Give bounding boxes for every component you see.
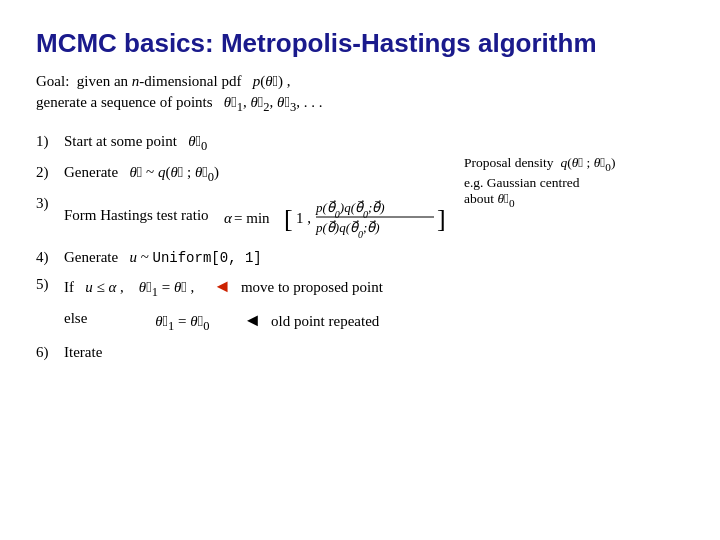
proposal-density-line2: about θ⃗0 — [464, 191, 684, 209]
else-label: else — [64, 310, 114, 327]
pdf-notation: p(θ⃗) — [253, 73, 283, 89]
step-4-text: Generate u ~ Uniform[0, 1] — [64, 249, 262, 266]
step-4: 4) Generate u ~ Uniform[0, 1] — [36, 249, 684, 266]
proposal-density-box: Proposal density q(θ⃗ ; θ⃗0) e.g. Gaussi… — [464, 155, 684, 208]
ratio-formula-svg: α = min [ 1 , p(θ⃗0)q(θ⃗0;θ⃗) p(θ⃗)q(θ⃗0… — [224, 195, 464, 239]
step-3-text: Form Hastings test ratio α = min [ 1 , p… — [64, 195, 464, 239]
step-4-num: 4) — [36, 249, 64, 266]
old-text: old point repeated — [271, 313, 379, 329]
arrow-move: ◄ — [213, 276, 231, 297]
generate-line: generate a sequence of points θ⃗1, θ⃗2, … — [36, 94, 684, 115]
arrow-old: ◄ — [243, 310, 261, 331]
step-2-num: 2) — [36, 164, 64, 181]
svg-text:]: ] — [437, 204, 446, 233]
svg-text:p(θ⃗)q(θ⃗0;θ⃗): p(θ⃗)q(θ⃗0;θ⃗) — [315, 220, 380, 239]
step-1-num: 1) — [36, 133, 64, 150]
svg-text:[: [ — [284, 204, 293, 233]
step-6-text: Iterate — [64, 344, 102, 361]
step-5-else: else θ⃗1 = θ⃗0 ◄ old point repeated — [36, 310, 684, 334]
step-5-text: If u ≤ α , θ⃗1 = θ⃗ , ◄ move to proposed… — [64, 276, 383, 300]
step-5-num: 5) — [36, 276, 64, 293]
sequence-notation: θ⃗1, θ⃗2, θ⃗3, . . . — [224, 94, 323, 110]
svg-text:α: α — [224, 210, 233, 226]
proposal-density-line1: e.g. Gaussian centred — [464, 175, 684, 191]
slide-title: MCMC basics: Metropolis-Hastings algorit… — [36, 28, 684, 59]
step-5: 5) If u ≤ α , θ⃗1 = θ⃗ , ◄ move to propo… — [36, 276, 684, 300]
move-text: move to proposed point — [241, 279, 383, 295]
step-6-num: 6) — [36, 344, 64, 361]
proposal-density-title: Proposal density q(θ⃗ ; θ⃗0) — [464, 155, 684, 173]
step-5-else-text: θ⃗1 = θ⃗0 ◄ old point repeated — [114, 310, 379, 334]
step-1: 1) Start at some point θ⃗0 — [36, 133, 684, 154]
svg-text:= min: = min — [234, 210, 270, 226]
step-6: 6) Iterate — [36, 344, 684, 361]
step-3-num: 3) — [36, 195, 64, 212]
slide: MCMC basics: Metropolis-Hastings algorit… — [0, 0, 720, 540]
step-1-text: Start at some point θ⃗0 — [64, 133, 207, 154]
goal-line: Goal: given an n-dimensional pdf p(θ⃗) , — [36, 73, 684, 90]
if-label: If — [64, 279, 74, 295]
step-2-text: Generate θ⃗ ~ q(θ⃗ ; θ⃗0) — [64, 164, 219, 185]
svg-text:1 ,: 1 , — [296, 210, 311, 226]
